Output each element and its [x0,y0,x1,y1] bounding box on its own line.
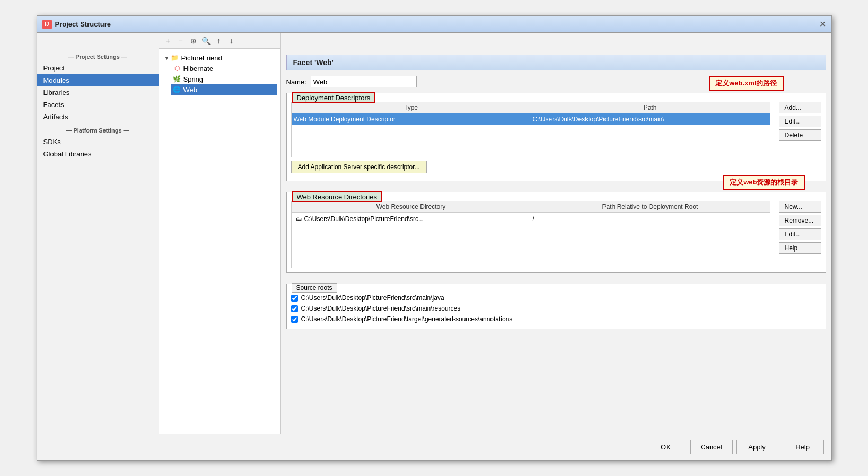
web-resource-table: Web Resource Directory Path Relative to … [291,201,770,268]
sidebar-item-project[interactable]: Project [37,62,159,74]
web-resource-side-buttons: New... Remove... Edit... Help [779,201,821,268]
web-resource-table-area: Web Resource Directory Path Relative to … [291,201,821,268]
tree-children: ⬡ Hibernate 🌿 Spring 🌐 Web [162,63,277,95]
dialog-title: Project Structure [55,20,111,28]
name-input[interactable] [311,76,417,87]
web-resource-edit-btn[interactable]: Edit... [779,228,821,240]
web-resource-help-btn[interactable]: Help [779,242,821,254]
web-dir-col-header: Web Resource Directory [292,203,531,210]
deployment-table-empty [292,125,770,157]
sidebar-item-facets[interactable]: Facets [37,99,159,111]
deployment-side-buttons: Add... Edit... Delete [779,102,821,157]
web-dir-icon: 🗂 [296,215,302,223]
deployment-delete-btn[interactable]: Delete [779,129,821,141]
source-root-item-0: C:\Users\Dulk\Desktop\PictureFriend\src\… [291,293,821,303]
help-button[interactable]: Help [782,440,824,454]
tree-root-label: PictureFriend [181,54,222,62]
deployment-descriptors-box: Deployment Descriptors 定义web.xml的路径 Type… [286,93,826,181]
app-logo: IJ [42,20,52,29]
tree-item-web-label: Web [183,86,198,94]
close-button[interactable]: ✕ [819,20,826,29]
sidebar-item-global-libraries[interactable]: Global Libraries [37,148,159,160]
tree-item-hibernate[interactable]: ⬡ Hibernate [171,63,277,74]
sidebar-item-artifacts[interactable]: Artifacts [37,111,159,123]
deployment-descriptors-header: Deployment Descriptors [292,92,376,103]
tree-item-web[interactable]: 🌐 Web [171,84,277,95]
title-bar: IJ Project Structure ✕ [37,16,831,33]
source-root-item-2: C:\Users\Dulk\Desktop\PictureFriend\targ… [291,314,821,324]
web-resource-box: Web Resource Directories 定义web资源的根目录 Web… [286,192,826,273]
source-root-path-2: C:\Users\Dulk\Desktop\PictureFriend\targ… [301,315,513,323]
bottom-bar: OK Cancel Apply Help [37,434,831,460]
hibernate-icon: ⬡ [173,64,181,73]
ok-button[interactable]: OK [645,440,687,454]
source-root-path-1: C:\Users\Dulk\Desktop\PictureFriend\src\… [301,305,461,312]
source-root-item-1: C:\Users\Dulk\Desktop\PictureFriend\src\… [291,303,821,314]
deployment-section-wrapper: Deployment Descriptors 定义web.xml的路径 Type… [286,93,826,181]
deployment-path-col-header: Path Relative to Deployment Root [531,203,770,210]
web-dir-cell: 🗂 C:\Users\Dulk\Desktop\PictureFriend\sr… [294,214,531,224]
web-resource-header: Web Resource Directories [292,191,382,202]
remove-btn[interactable]: − [175,35,187,47]
source-root-checkbox-0[interactable] [291,295,298,302]
main-content: Project Settings Project Modules Librari… [37,49,831,434]
web-resource-section-wrapper: Web Resource Directories 定义web资源的根目录 Web… [286,192,826,273]
add-module-btn[interactable]: + [162,35,174,47]
expand-arrow: ▼ [164,55,170,61]
web-resource-table-empty [292,225,770,268]
source-root-checkbox-1[interactable] [291,305,298,312]
sidebar: Project Settings Project Modules Librari… [37,49,159,434]
tree-root-item[interactable]: ▼ 📁 PictureFriend [162,52,277,63]
deployment-edit-btn[interactable]: Edit... [779,116,821,127]
search-btn[interactable]: 🔍 [200,35,212,47]
main-toolbar [281,33,831,49]
web-resource-tooltip: 定义web资源的根目录 [723,175,804,190]
deployment-table-area: Type Path Web Module Deployment Descript… [291,102,821,157]
web-deploy-path-cell: / [531,214,768,224]
web-resource-remove-btn[interactable]: Remove... [779,215,821,226]
type-cell: Web Module Deployment Descriptor [292,114,531,124]
path-cell: C:\Users\Dulk\Desktop\PictureFriend\src\… [531,114,770,124]
web-resource-table-row[interactable]: 🗂 C:\Users\Dulk\Desktop\PictureFriend\sr… [292,213,770,225]
add-server-descriptor-btn[interactable]: Add Application Server specific descript… [291,161,427,173]
apply-button[interactable]: Apply [736,440,778,454]
tree-item-spring-label: Spring [183,75,204,83]
deployment-table-header: Type Path [292,102,770,113]
spring-icon: 🌿 [173,75,181,83]
folder-icon: 📁 [170,54,179,62]
copy-btn[interactable]: ⊕ [188,35,199,47]
main-panel: Facet 'Web' Name: Deployment Descriptors… [281,49,831,434]
sidebar-item-modules[interactable]: Modules [37,74,159,86]
deployment-table-row[interactable]: Web Module Deployment Descriptor C:\User… [292,113,770,125]
source-roots-header: Source roots [292,283,337,293]
name-label: Name: [286,78,306,86]
tree-item-spring[interactable]: 🌿 Spring [171,74,277,84]
tree-item-hibernate-label: Hibernate [183,65,213,73]
web-resource-table-header: Web Resource Directory Path Relative to … [292,201,770,213]
web-resource-new-btn[interactable]: New... [779,201,821,213]
source-root-path-0: C:\Users\Dulk\Desktop\PictureFriend\src\… [301,294,444,302]
tree-toolbar: + − ⊕ 🔍 ↑ ↓ [159,33,281,49]
project-structure-dialog: IJ Project Structure ✕ + − ⊕ 🔍 ↑ ↓ Proje… [37,15,832,461]
project-settings-section: Project Settings [37,49,159,62]
title-bar-left: IJ Project Structure [42,20,111,29]
path-col-header: Path [531,104,770,111]
deployment-tooltip: 定义web.xml的路径 [709,76,783,91]
source-roots-box: Source roots C:\Users\Dulk\Desktop\Pictu… [286,284,826,329]
source-root-checkbox-2[interactable] [291,316,298,323]
move-up-btn[interactable]: ↑ [213,35,225,47]
sidebar-item-sdks[interactable]: SDKs [37,136,159,148]
deployment-add-btn[interactable]: Add... [779,102,821,113]
type-col-header: Type [292,104,531,111]
facet-title: Facet 'Web' [286,55,826,70]
web-icon: 🌐 [173,85,181,94]
platform-settings-section: Platform Settings [37,123,159,136]
sidebar-item-libraries[interactable]: Libraries [37,86,159,99]
deployment-table: Type Path Web Module Deployment Descript… [291,102,770,157]
source-roots-section-wrapper: Source roots C:\Users\Dulk\Desktop\Pictu… [286,284,826,329]
move-down-btn[interactable]: ↓ [226,35,238,47]
sidebar-toolbar [37,33,159,49]
cancel-button[interactable]: Cancel [690,440,733,454]
module-tree: ▼ 📁 PictureFriend ⬡ Hibernate 🌿 Spring 🌐… [159,49,281,434]
